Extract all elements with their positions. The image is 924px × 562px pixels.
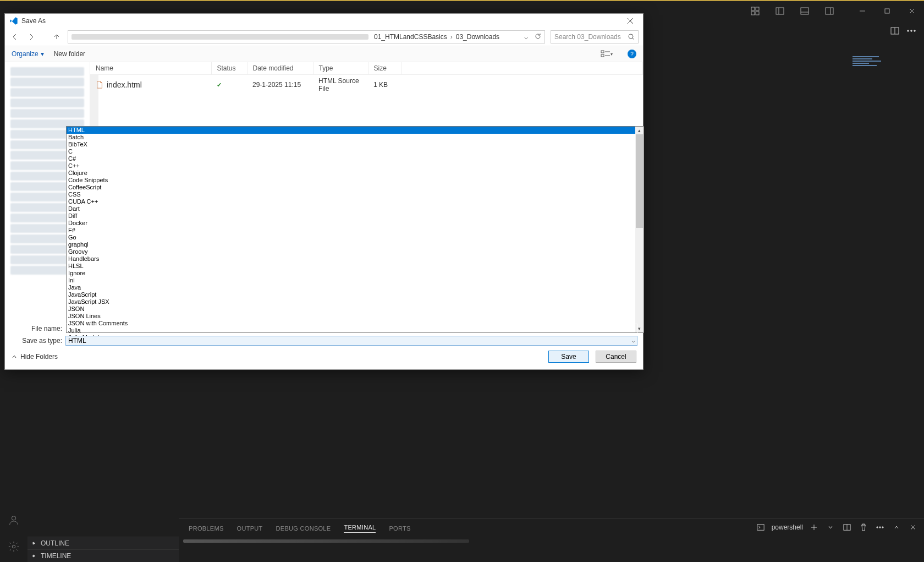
dropdown-scrollbar[interactable]: ▴▾ [635,127,644,332]
dialog-close-icon[interactable] [622,15,639,26]
search-input[interactable]: Search 03_Downloads [551,30,639,43]
terminal-shell-label[interactable]: powershell [772,523,803,531]
col-name[interactable]: Name [90,62,211,75]
chevron-down-icon: ▾ [41,50,44,58]
file-type-dropdown-list[interactable]: HTMLBatchBibTeXCC#C++ClojureCode Snippet… [66,126,644,333]
dropdown-option[interactable]: Batch [67,134,644,141]
editor-minimap[interactable] [853,55,886,77]
split-terminal-icon[interactable] [842,522,853,533]
cancel-button[interactable]: Cancel [596,351,636,363]
split-editor-icon[interactable] [889,25,901,37]
svg-rect-1 [756,7,759,10]
kill-terminal-icon[interactable] [858,522,869,533]
dropdown-option[interactable]: Java [67,284,644,291]
dropdown-option[interactable]: Docker [67,220,644,227]
new-terminal-icon[interactable] [809,522,820,533]
dropdown-option[interactable]: CoffeeScript [67,184,644,191]
terminal-dropdown-icon[interactable] [825,522,836,533]
svg-point-18 [914,30,916,32]
dropdown-option[interactable]: Dart [67,205,644,212]
panel-right-icon[interactable] [817,1,842,20]
dialog-footer: Hide Folders Save Cancel [5,348,643,365]
panel-bottom-icon[interactable] [792,1,817,20]
svg-rect-3 [756,12,759,15]
svg-rect-6 [801,8,809,14]
svg-point-28 [882,527,883,528]
refresh-icon[interactable] [531,33,544,41]
tab-terminal[interactable]: TERMINAL [344,524,376,533]
table-row[interactable]: index.html ✔ 29-1-2025 11:15 HTML Source… [90,75,643,95]
svg-rect-2 [751,12,755,15]
dropdown-option[interactable]: F# [67,227,644,234]
more-icon[interactable] [875,522,886,533]
dropdown-option[interactable]: JSON [67,305,644,313]
nav-forward-icon[interactable] [26,31,37,42]
terminal-body[interactable] [183,539,920,544]
window-close[interactable] [899,1,924,20]
dropdown-option[interactable]: Handlebars [67,255,644,263]
settings-gear-icon[interactable] [0,533,28,560]
dropdown-option[interactable]: C# [67,155,644,162]
window-maximize[interactable] [875,1,899,20]
breadcrumb-item[interactable]: 03_Downloads [454,33,502,41]
dropdown-option[interactable]: Code Snippets [67,177,644,184]
html-file-icon [96,81,103,89]
dropdown-option[interactable]: Ini [67,277,644,284]
new-folder-button[interactable]: New folder [54,50,85,58]
chevron-down-icon: ⌵ [632,338,635,343]
breadcrumb-item[interactable]: 01_HTMLandCSSBasics [372,33,449,41]
save-as-type-select[interactable]: HTML ⌵ [65,336,637,346]
tab-problems[interactable]: PROBLEMS [189,525,224,532]
save-button[interactable]: Save [548,351,589,363]
dropdown-option[interactable]: Clojure [67,170,644,177]
maximize-panel-icon[interactable] [891,522,902,533]
nav-back-icon[interactable] [9,31,20,42]
dropdown-option[interactable]: HLSL [67,263,644,270]
terminal-shell-icon[interactable] [755,522,766,533]
accounts-icon[interactable] [0,507,28,533]
dropdown-option[interactable]: C [67,148,644,155]
dropdown-option[interactable]: C++ [67,162,644,170]
more-icon[interactable] [905,25,917,37]
dropdown-option[interactable]: CUDA C++ [67,198,644,205]
dropdown-option[interactable]: JavaScript [67,291,644,298]
addr-dropdown-icon[interactable]: ⌵ [520,33,531,41]
dropdown-option[interactable]: graphql [67,241,644,248]
organize-button[interactable]: Organize ▾ [12,50,44,58]
svg-line-34 [632,38,634,40]
file-name-input[interactable] [65,324,637,334]
hide-folders-toggle[interactable]: Hide Folders [12,353,58,361]
tab-output[interactable]: OUTPUT [237,525,263,532]
svg-rect-36 [601,54,604,57]
view-options-icon[interactable]: ▾ [600,48,613,59]
tab-ports[interactable]: PORTS [389,525,410,532]
col-date[interactable]: Date modified [247,62,313,75]
help-icon[interactable]: ? [628,50,636,58]
layout-grid-icon[interactable] [743,1,767,20]
window-minimize[interactable] [850,1,875,20]
dropdown-option[interactable]: BibTeX [67,141,644,148]
svg-rect-4 [776,8,784,14]
nav-up-icon[interactable] [51,31,62,42]
tab-debug-console[interactable]: DEBUG CONSOLE [276,525,331,532]
col-status[interactable]: Status [211,62,247,75]
save-as-type-label: Save as type: [10,337,65,345]
dropdown-option[interactable]: Go [67,234,644,241]
svg-rect-8 [826,8,833,14]
outline-section[interactable]: OUTLINE [28,537,179,549]
dropdown-option[interactable]: Ignore [67,270,644,277]
file-name-label: File name: [10,325,65,332]
close-panel-icon[interactable] [908,522,919,533]
panel-left-icon[interactable] [767,1,792,20]
dropdown-option[interactable]: CSS [67,191,644,198]
dropdown-option[interactable]: HTML [67,127,644,134]
dropdown-option[interactable]: JavaScript JSX [67,298,644,305]
bottom-panel: PROBLEMS OUTPUT DEBUG CONSOLE TERMINAL P… [179,518,924,562]
dropdown-option[interactable]: Groovy [67,248,644,255]
dropdown-option[interactable]: Diff [67,212,644,220]
address-bar[interactable]: 01_HTMLandCSSBasics › 03_Downloads ⌵ [68,30,545,43]
dropdown-option[interactable]: JSON Lines [67,313,644,320]
col-type[interactable]: Type [313,62,368,75]
timeline-section[interactable]: TIMELINE [28,549,179,562]
col-size[interactable]: Size [368,62,401,75]
